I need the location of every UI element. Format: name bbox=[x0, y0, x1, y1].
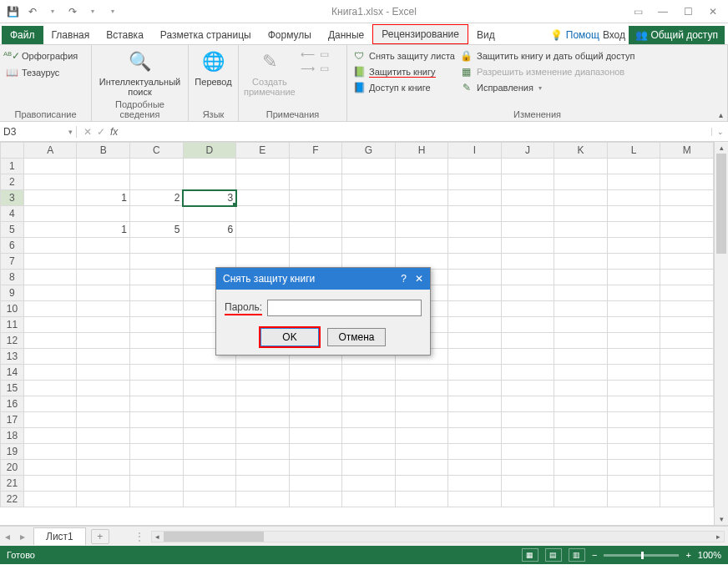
view-page-layout-icon[interactable]: ▤ bbox=[545, 548, 562, 562]
column-header[interactable]: J bbox=[501, 143, 554, 159]
column-header[interactable]: I bbox=[448, 143, 502, 159]
tab-data[interactable]: Данные bbox=[320, 26, 372, 44]
cell[interactable] bbox=[289, 159, 342, 174]
view-page-break-icon[interactable]: ▥ bbox=[569, 548, 585, 562]
cell[interactable] bbox=[448, 301, 502, 317]
cell[interactable] bbox=[554, 444, 608, 460]
column-header[interactable]: C bbox=[129, 143, 183, 159]
cell[interactable] bbox=[607, 333, 660, 349]
cell[interactable] bbox=[129, 492, 183, 507]
cell[interactable] bbox=[77, 159, 130, 174]
cell[interactable] bbox=[236, 159, 290, 174]
cell[interactable] bbox=[77, 254, 130, 270]
cell[interactable] bbox=[183, 381, 236, 396]
qat-customize-icon[interactable]: ▾ bbox=[104, 3, 122, 21]
cell[interactable] bbox=[77, 270, 130, 285]
cell[interactable] bbox=[554, 174, 608, 190]
dialog-help-icon[interactable]: ? bbox=[401, 273, 407, 285]
cell[interactable]: 2 bbox=[129, 190, 183, 206]
cell[interactable] bbox=[289, 460, 342, 476]
cell[interactable] bbox=[23, 190, 77, 206]
h-scrollbar-thumb[interactable] bbox=[164, 532, 264, 542]
row-header[interactable]: 10 bbox=[1, 301, 24, 317]
cell[interactable] bbox=[501, 270, 554, 285]
cell[interactable] bbox=[236, 492, 290, 507]
cell[interactable] bbox=[501, 365, 554, 381]
unprotect-sheet-button[interactable]: 🛡Снять защиту листа bbox=[352, 48, 455, 63]
cell[interactable] bbox=[448, 254, 502, 270]
qat-undo-icon[interactable]: ↶ bbox=[23, 3, 42, 21]
cell[interactable] bbox=[607, 206, 660, 222]
row-header[interactable]: 17 bbox=[1, 412, 24, 428]
cell[interactable] bbox=[554, 365, 608, 381]
cell[interactable] bbox=[554, 222, 608, 238]
tab-formulas[interactable]: Формулы bbox=[260, 26, 320, 44]
row-header[interactable]: 12 bbox=[1, 333, 24, 349]
new-comment-button[interactable]: ✎ Создать примечание bbox=[244, 48, 296, 97]
cell[interactable] bbox=[23, 174, 77, 190]
cell[interactable] bbox=[236, 206, 290, 222]
cell[interactable] bbox=[607, 174, 660, 190]
cell[interactable] bbox=[183, 174, 236, 190]
cell[interactable] bbox=[660, 270, 714, 285]
cell[interactable] bbox=[607, 460, 660, 476]
cell[interactable] bbox=[289, 476, 342, 492]
cell[interactable] bbox=[77, 412, 130, 428]
cell[interactable] bbox=[77, 365, 130, 381]
enter-formula-icon[interactable]: ✓ bbox=[97, 126, 105, 138]
select-all[interactable] bbox=[1, 143, 24, 159]
add-sheet-button[interactable]: + bbox=[91, 529, 109, 544]
cell[interactable] bbox=[554, 460, 608, 476]
cell[interactable] bbox=[501, 190, 554, 206]
cell[interactable] bbox=[660, 254, 714, 270]
cell[interactable] bbox=[342, 444, 396, 460]
cancel-formula-icon[interactable]: ✕ bbox=[83, 126, 92, 138]
row-header[interactable]: 2 bbox=[1, 174, 24, 190]
cell[interactable] bbox=[395, 428, 448, 444]
cell[interactable] bbox=[501, 333, 554, 349]
cell[interactable] bbox=[554, 381, 608, 396]
cell[interactable] bbox=[554, 492, 608, 507]
cell[interactable] bbox=[607, 301, 660, 317]
cell[interactable] bbox=[448, 444, 502, 460]
qat-redo-icon[interactable]: ↷ bbox=[63, 3, 82, 21]
cell[interactable] bbox=[77, 444, 130, 460]
cell[interactable] bbox=[236, 238, 290, 254]
cell[interactable] bbox=[23, 159, 77, 174]
cell[interactable] bbox=[236, 222, 290, 238]
cell[interactable] bbox=[289, 222, 342, 238]
cell[interactable] bbox=[607, 412, 660, 428]
cell[interactable] bbox=[501, 317, 554, 333]
cell[interactable] bbox=[342, 476, 396, 492]
cell[interactable] bbox=[23, 428, 77, 444]
cell[interactable] bbox=[183, 460, 236, 476]
cell[interactable] bbox=[501, 301, 554, 317]
cell[interactable] bbox=[501, 254, 554, 270]
share-workbook-button[interactable]: 📘Доступ к книге bbox=[352, 80, 455, 95]
cell[interactable] bbox=[501, 238, 554, 254]
column-header[interactable]: E bbox=[236, 143, 290, 159]
cell[interactable] bbox=[183, 492, 236, 507]
cell[interactable] bbox=[395, 396, 448, 412]
row-header[interactable]: 6 bbox=[1, 238, 24, 254]
namebox-dd-icon[interactable]: ▾ bbox=[68, 128, 73, 136]
cell[interactable] bbox=[554, 333, 608, 349]
tab-home[interactable]: Главная bbox=[43, 26, 99, 44]
cell[interactable] bbox=[23, 301, 77, 317]
expand-formula-icon[interactable]: ⌄ bbox=[711, 128, 728, 136]
sheet-nav-next-icon[interactable]: ▸ bbox=[15, 531, 30, 542]
cell[interactable] bbox=[607, 222, 660, 238]
cell[interactable] bbox=[23, 412, 77, 428]
cell[interactable] bbox=[129, 238, 183, 254]
cell[interactable] bbox=[342, 222, 396, 238]
cell[interactable] bbox=[23, 396, 77, 412]
cell[interactable] bbox=[660, 396, 714, 412]
cell[interactable] bbox=[23, 476, 77, 492]
cell[interactable] bbox=[660, 476, 714, 492]
row-header[interactable]: 18 bbox=[1, 428, 24, 444]
cell[interactable] bbox=[554, 270, 608, 285]
cell[interactable] bbox=[342, 365, 396, 381]
cell[interactable] bbox=[289, 428, 342, 444]
cell[interactable] bbox=[342, 396, 396, 412]
cell[interactable] bbox=[129, 285, 183, 301]
